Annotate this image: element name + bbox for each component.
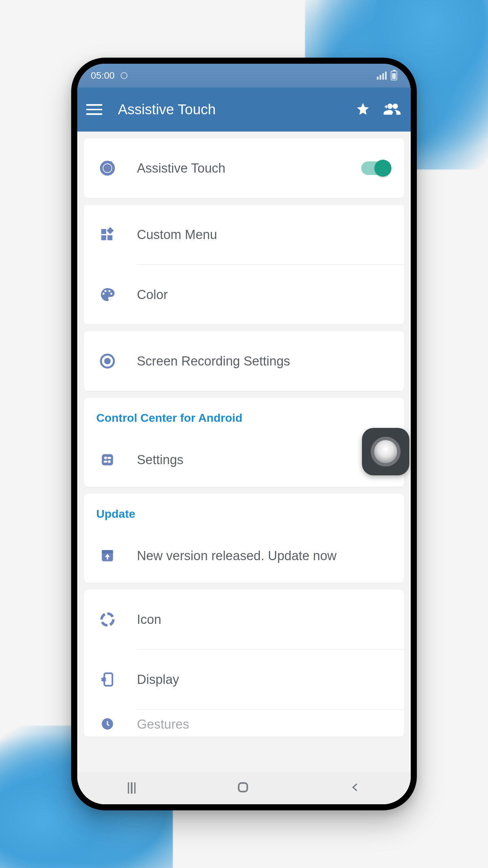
row-settings[interactable]: Settings bbox=[84, 433, 404, 487]
custom-menu-label: Custom Menu bbox=[137, 228, 390, 242]
status-circle-icon bbox=[121, 72, 127, 79]
settings-label: Settings bbox=[137, 453, 390, 467]
card-appearance: Custom Menu Color bbox=[84, 205, 404, 324]
assistive-touch-toggle[interactable] bbox=[361, 161, 390, 175]
card-display-group: Icon Display Gestures bbox=[84, 590, 404, 737]
svg-rect-13 bbox=[102, 550, 113, 553]
recents-button[interactable] bbox=[128, 782, 136, 794]
record-icon bbox=[98, 353, 117, 369]
svg-point-16 bbox=[102, 677, 106, 682]
row-custom-menu[interactable]: Custom Menu bbox=[84, 205, 404, 264]
icon-label: Icon bbox=[137, 612, 390, 627]
palette-icon bbox=[98, 287, 117, 302]
app-title: Assistive Touch bbox=[118, 101, 356, 118]
svg-rect-9 bbox=[107, 457, 111, 459]
card-update: Update New version released. Update now bbox=[84, 494, 404, 583]
content-area[interactable]: Assistive Touch Custom Menu Colo bbox=[77, 132, 411, 772]
svg-point-6 bbox=[104, 358, 110, 364]
status-time: 05:00 bbox=[91, 70, 115, 81]
color-label: Color bbox=[137, 288, 390, 302]
row-update[interactable]: New version released. Update now bbox=[84, 529, 404, 583]
add-users-icon[interactable] bbox=[384, 103, 401, 116]
phone-frame: 05:00 Assistive Touch bbox=[71, 58, 417, 810]
display-label: Display bbox=[137, 672, 390, 687]
row-color[interactable]: Color bbox=[84, 265, 404, 324]
toggles-icon bbox=[98, 452, 117, 467]
assistive-touch-floating-button[interactable] bbox=[362, 428, 409, 475]
card-assistive-touch: Assistive Touch bbox=[84, 138, 404, 198]
svg-rect-11 bbox=[104, 460, 107, 462]
assistive-touch-label: Assistive Touch bbox=[137, 161, 361, 176]
svg-rect-18 bbox=[239, 783, 247, 791]
gestures-label: Gestures bbox=[137, 717, 390, 732]
signal-icon bbox=[377, 72, 387, 80]
svg-rect-7 bbox=[102, 454, 113, 466]
row-icon[interactable]: Icon bbox=[84, 590, 404, 649]
row-assistive-touch[interactable]: Assistive Touch bbox=[84, 138, 404, 198]
control-center-section-title: Control Center for Android bbox=[84, 398, 404, 433]
screen-recording-label: Screen Recording Settings bbox=[137, 354, 390, 369]
status-bar: 05:00 bbox=[77, 64, 411, 87]
svg-point-10 bbox=[108, 460, 110, 463]
svg-point-14 bbox=[102, 614, 114, 626]
row-screen-recording[interactable]: Screen Recording Settings bbox=[84, 331, 404, 391]
phone-screen: 05:00 Assistive Touch bbox=[77, 64, 411, 804]
gestures-icon bbox=[98, 717, 117, 731]
star-icon[interactable] bbox=[356, 102, 370, 117]
archive-up-icon bbox=[98, 548, 117, 563]
home-button[interactable] bbox=[237, 781, 249, 795]
phone-gear-icon bbox=[98, 672, 117, 687]
back-button[interactable] bbox=[350, 781, 360, 795]
update-label: New version released. Update now bbox=[137, 549, 390, 563]
battery-icon bbox=[391, 71, 397, 80]
circle-dash-icon bbox=[98, 612, 117, 627]
svg-rect-1 bbox=[101, 229, 106, 234]
row-display[interactable]: Display bbox=[84, 650, 404, 709]
menu-icon[interactable] bbox=[85, 100, 104, 119]
widgets-icon bbox=[98, 227, 117, 242]
app-bar: Assistive Touch bbox=[77, 87, 411, 132]
svg-rect-2 bbox=[101, 235, 106, 240]
svg-point-0 bbox=[106, 167, 109, 170]
android-nav-bar bbox=[77, 772, 411, 804]
row-gestures[interactable]: Gestures bbox=[84, 710, 404, 737]
card-control-center: Control Center for Android Settings bbox=[84, 398, 404, 487]
svg-rect-4 bbox=[107, 227, 114, 234]
target-icon bbox=[98, 160, 117, 176]
update-section-title: Update bbox=[84, 494, 404, 529]
svg-point-8 bbox=[104, 456, 107, 459]
svg-rect-3 bbox=[107, 235, 113, 240]
card-screen-recording: Screen Recording Settings bbox=[84, 331, 404, 391]
